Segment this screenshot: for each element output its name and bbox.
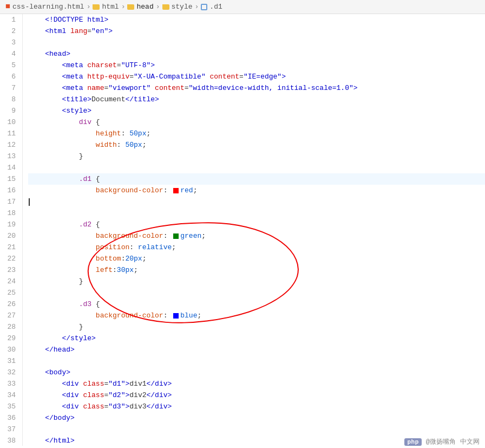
token-tag: </style>	[62, 333, 95, 344]
token-punct: ;	[193, 185, 198, 196]
code-line	[28, 196, 485, 207]
token-indent	[28, 71, 62, 82]
code-line: <html lang="en">	[28, 25, 485, 37]
line-number: 12	[4, 139, 16, 151]
php-badge: php	[404, 438, 421, 446]
token-tag: <div	[62, 378, 83, 389]
token-indent	[28, 389, 62, 401]
token-attr: content	[155, 82, 185, 94]
token-indent	[28, 82, 62, 94]
token-tag: </head>	[45, 344, 75, 355]
token-punct: =	[129, 71, 134, 82]
token-val: "d2"	[108, 389, 125, 401]
code-area: 1234567891011121314151617181920212223242…	[0, 14, 485, 446]
code-line: </style>	[28, 333, 485, 344]
code-line: div {	[28, 116, 485, 128]
line-number: 2	[4, 25, 16, 37]
line-number: 4	[4, 48, 16, 60]
token-punct: =	[104, 401, 108, 412]
token-indent	[28, 321, 79, 333]
line-number: 37	[4, 424, 16, 435]
token-indent	[28, 298, 79, 310]
token-tag: <head>	[45, 48, 70, 60]
breadcrumb-html: html	[102, 3, 119, 11]
token-prop: background-color	[96, 185, 163, 196]
code-line: }	[28, 151, 485, 162]
line-number: 15	[4, 173, 16, 185]
line-number: 36	[4, 412, 16, 424]
breadcrumb-folder-head-icon	[127, 4, 134, 10]
line-number: 21	[4, 242, 16, 253]
token-indent	[28, 128, 96, 139]
token-punct: =	[117, 60, 121, 71]
breadcrumb-style: style	[172, 3, 193, 11]
token-punct: :	[163, 230, 172, 242]
token-attr: name	[87, 82, 104, 94]
token-indent	[28, 412, 45, 424]
token-tag: <div	[62, 389, 83, 401]
token-indent	[28, 116, 79, 128]
token-punct: :	[129, 242, 138, 253]
line-number: 7	[4, 82, 16, 94]
code-lines[interactable]: <!DOCTYPE html> <html lang="en"> <head> …	[23, 14, 485, 446]
token-tag: </div>	[147, 389, 172, 401]
token-punct: =	[239, 71, 244, 82]
token-val: "X-UA-Compatible"	[134, 71, 206, 82]
token-propval: 20px	[125, 253, 142, 264]
code-line: }	[28, 276, 485, 287]
token-indent	[28, 435, 45, 446]
code-line	[28, 207, 485, 219]
color-swatch-blue	[173, 313, 179, 319]
code-line: width: 50px;	[28, 139, 485, 151]
token-propval: blue	[180, 310, 197, 321]
line-number: 8	[4, 94, 16, 105]
breadcrumb-d1: .d1	[209, 3, 222, 11]
line-number: 6	[4, 71, 16, 82]
token-indent	[28, 219, 79, 230]
line-number: 10	[4, 116, 16, 128]
token-punct: {	[91, 116, 100, 128]
token-tag: >	[353, 82, 358, 94]
breadcrumb-bar: ■ css-learning.html › html › head › styl…	[0, 0, 485, 14]
token-val: "viewport"	[108, 82, 150, 94]
line-number: 1	[4, 14, 16, 25]
token-punct	[150, 82, 155, 94]
token-prop: background-color	[96, 310, 163, 321]
token-indent	[28, 401, 62, 412]
token-indent	[28, 105, 62, 116]
breadcrumb-folder-style-icon	[162, 4, 169, 10]
token-indent	[28, 344, 45, 355]
code-line: <body>	[28, 367, 485, 378]
token-indent	[28, 367, 45, 378]
token-val: "en"	[91, 25, 108, 37]
line-number: 32	[4, 367, 16, 378]
token-propval: relative	[138, 242, 172, 253]
token-tag: >	[125, 378, 129, 389]
token-tag: >	[125, 389, 129, 401]
code-line: position: relative;	[28, 242, 485, 253]
code-line: </body>	[28, 412, 485, 424]
line-number: 22	[4, 253, 16, 264]
token-indent	[28, 264, 96, 276]
code-line	[28, 424, 485, 435]
token-punct: =	[104, 389, 108, 401]
token-punct: ;	[146, 128, 150, 139]
line-number: 13	[4, 151, 16, 162]
token-punct: ;	[134, 264, 138, 276]
code-line: <meta charset="UTF-8">	[28, 60, 485, 71]
token-punct: :	[121, 253, 126, 264]
token-attr: lang	[70, 25, 87, 37]
line-number: 3	[4, 37, 16, 48]
token-prop: width	[96, 139, 117, 151]
token-punct: :	[117, 139, 126, 151]
code-line: <div class="d2">div2</div>	[28, 389, 485, 401]
token-punct: {	[91, 219, 100, 230]
code-line: background-color: red;	[28, 185, 485, 196]
code-line: .d1 {	[28, 173, 485, 185]
token-punct: ;	[172, 242, 176, 253]
token-indent	[28, 185, 96, 196]
token-punct: =	[185, 82, 189, 94]
line-number: 38	[4, 435, 16, 446]
breadcrumb-folder-html-icon	[93, 4, 100, 10]
line-number: 9	[4, 105, 16, 116]
